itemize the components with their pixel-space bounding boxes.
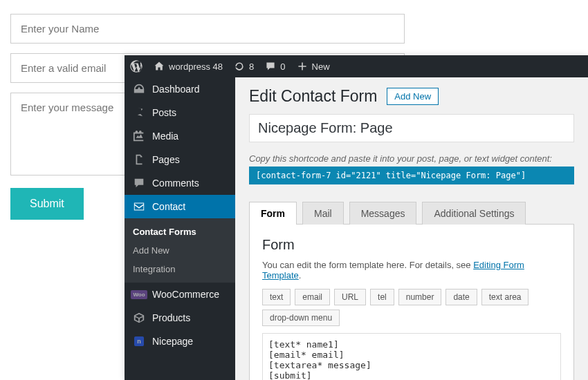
tag-btn-date[interactable]: date xyxy=(445,289,477,305)
menu-contact-label: Contact xyxy=(152,201,185,212)
submenu-add-new[interactable]: Add New xyxy=(125,241,235,260)
page-heading: Edit Contact Form xyxy=(249,87,377,106)
menu-posts-label: Posts xyxy=(152,107,176,118)
comments-link[interactable]: 0 xyxy=(259,55,291,77)
menu-media[interactable]: Media xyxy=(125,124,235,148)
menu-pages-label: Pages xyxy=(152,154,180,165)
media-icon xyxy=(133,130,145,142)
tab-messages[interactable]: Messages xyxy=(349,202,417,225)
comment-icon xyxy=(133,177,145,189)
menu-nicepage-label: Nicepage xyxy=(152,336,193,347)
submenu-contact: Contact Forms Add New Integration xyxy=(125,218,235,283)
comment-icon xyxy=(265,61,276,72)
tab-form[interactable]: Form xyxy=(249,202,297,225)
tag-generator-buttons: textemailURLtelnumberdatetext areadrop-d… xyxy=(262,289,561,326)
site-name-label: wordpress 48 xyxy=(169,61,223,72)
menu-media-label: Media xyxy=(152,131,178,142)
wordpress-admin-window: wordpress 48 8 0 New Dashboard Posts Med… xyxy=(125,55,588,380)
tag-btn-drop-down-menu[interactable]: drop-down menu xyxy=(262,310,340,326)
tag-btn-tel[interactable]: tel xyxy=(370,289,394,305)
refresh-icon xyxy=(234,61,245,72)
tab-additional-settings[interactable]: Additional Settings xyxy=(422,202,526,225)
menu-posts[interactable]: Posts xyxy=(125,101,235,124)
admin-topbar: wordpress 48 8 0 New xyxy=(125,55,588,77)
tag-btn-text-area[interactable]: text area xyxy=(481,289,529,305)
tag-btn-text[interactable]: text xyxy=(262,289,291,305)
wordpress-icon xyxy=(130,60,143,73)
pages-icon xyxy=(133,153,145,166)
envelope-icon xyxy=(133,200,145,213)
form-panel: Form You can edit the form template here… xyxy=(249,225,574,380)
submit-button[interactable]: Submit xyxy=(10,188,84,220)
menu-products-label: Products xyxy=(152,312,190,323)
woocommerce-icon: Woo xyxy=(133,288,145,301)
site-link[interactable]: wordpress 48 xyxy=(148,55,228,77)
pin-icon xyxy=(133,106,145,119)
home-icon xyxy=(154,61,165,72)
shortcode-display[interactable]: [contact-form-7 id="2121" title="Nicepag… xyxy=(249,167,574,184)
main-content: Edit Contact Form Add New Copy this shor… xyxy=(235,77,588,380)
submenu-contact-forms[interactable]: Contact Forms xyxy=(125,222,235,241)
plus-icon xyxy=(297,61,308,72)
menu-pages[interactable]: Pages xyxy=(125,148,235,171)
form-panel-desc: You can edit the form template here. For… xyxy=(262,260,561,281)
new-label: New xyxy=(312,61,330,72)
form-panel-heading: Form xyxy=(262,237,561,253)
dashboard-icon xyxy=(133,83,145,95)
tag-btn-URL[interactable]: URL xyxy=(334,289,366,305)
editor-tabs: Form Mail Messages Additional Settings xyxy=(249,201,574,225)
products-icon xyxy=(133,312,145,324)
form-title-input[interactable] xyxy=(249,114,574,142)
add-new-button[interactable]: Add New xyxy=(387,88,439,105)
menu-products[interactable]: Products xyxy=(125,306,235,330)
form-template-textarea[interactable] xyxy=(262,333,561,380)
menu-comments-label: Comments xyxy=(152,178,199,189)
tag-btn-number[interactable]: number xyxy=(398,289,442,305)
menu-nicepage[interactable]: nNicepage xyxy=(125,330,235,353)
admin-sidebar: Dashboard Posts Media Pages Comments Con… xyxy=(125,77,235,380)
wp-logo[interactable] xyxy=(125,55,148,77)
nicepage-icon: n xyxy=(133,335,145,348)
new-link[interactable]: New xyxy=(291,55,336,77)
submenu-integration[interactable]: Integration xyxy=(125,260,235,278)
tab-mail[interactable]: Mail xyxy=(302,202,344,225)
comments-count: 0 xyxy=(280,61,285,72)
menu-woocommerce[interactable]: WooWooCommerce xyxy=(125,283,235,306)
shortcode-hint: Copy this shortcode and paste it into yo… xyxy=(249,153,574,164)
menu-dashboard[interactable]: Dashboard xyxy=(125,77,235,101)
menu-comments[interactable]: Comments xyxy=(125,171,235,195)
menu-woocommerce-label: WooCommerce xyxy=(152,289,219,300)
updates-count: 8 xyxy=(249,61,254,72)
tag-btn-email[interactable]: email xyxy=(295,289,330,305)
name-input[interactable] xyxy=(10,14,405,44)
menu-dashboard-label: Dashboard xyxy=(152,84,200,95)
updates-link[interactable]: 8 xyxy=(228,55,259,77)
menu-contact[interactable]: Contact xyxy=(125,195,235,218)
